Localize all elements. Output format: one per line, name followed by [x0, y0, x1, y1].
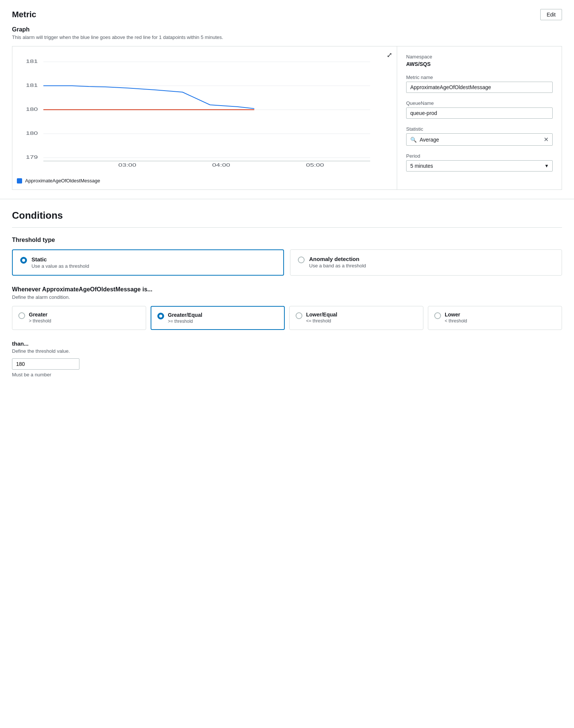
radio-greater-equal: [157, 313, 164, 319]
lower-equal-text-block: Lower/Equal <= threshold: [306, 312, 337, 324]
legend-dot: [17, 178, 22, 183]
period-select[interactable]: 1 minute 5 minutes 10 minutes 15 minutes…: [406, 160, 553, 172]
queue-name-label: QueueName: [406, 100, 553, 106]
edit-button[interactable]: Edit: [540, 9, 562, 20]
legend-label: ApproximateAgeOfOldestMessage: [25, 178, 100, 183]
condition-option-lower-equal[interactable]: Lower/Equal <= threshold: [289, 306, 423, 330]
metric-name-group: Metric name: [406, 75, 553, 93]
svg-text:180: 180: [26, 106, 38, 112]
greater-equal-subtitle: >= threshold: [168, 319, 202, 324]
radio-static-inner: [22, 259, 25, 262]
conditions-title: Conditions: [12, 210, 562, 228]
graph-right: Namespace AWS/SQS Metric name QueueName …: [397, 46, 562, 189]
metric-name-label: Metric name: [406, 75, 553, 80]
graph-label: Graph: [12, 26, 562, 33]
period-select-wrapper: 1 minute 5 minutes 10 minutes 15 minutes…: [406, 160, 553, 172]
lower-text-block: Lower < threshold: [445, 312, 467, 324]
radio-static: [20, 257, 27, 264]
svg-text:04:00: 04:00: [212, 162, 230, 167]
statistic-input-wrapper[interactable]: 🔍 ✕: [406, 133, 553, 146]
lower-title: Lower: [445, 312, 467, 318]
threshold-value-input[interactable]: [12, 358, 79, 370]
metric-name-input[interactable]: [406, 82, 553, 93]
period-group: Period 1 minute 5 minutes 10 minutes 15 …: [406, 153, 553, 172]
svg-text:05:00: 05:00: [306, 162, 324, 167]
condition-option-greater-equal[interactable]: Greater/Equal >= threshold: [151, 306, 285, 330]
greater-equal-text-block: Greater/Equal >= threshold: [168, 312, 202, 324]
metric-title: Metric: [12, 10, 36, 19]
metric-header: Metric Edit: [12, 9, 562, 20]
metric-section: Metric Edit Graph This alarm will trigge…: [0, 0, 574, 199]
radio-greater-equal-inner: [159, 315, 162, 318]
lower-equal-title: Lower/Equal: [306, 312, 337, 318]
condition-options-grid: Greater > threshold Greater/Equal >= thr…: [12, 306, 562, 330]
namespace-value: AWS/SQS: [406, 61, 553, 67]
namespace-label: Namespace: [406, 54, 553, 60]
greater-text-block: Greater > threshold: [29, 312, 51, 324]
threshold-hint: Must be a number: [12, 372, 562, 377]
anomaly-title: Anomaly detection: [309, 256, 366, 262]
anomaly-text-block: Anomaly detection Use a band as a thresh…: [309, 256, 366, 269]
static-title: Static: [31, 256, 89, 263]
graph-legend: ApproximateAgeOfOldestMessage: [17, 178, 392, 183]
whenever-title: Whenever ApproximateAgeOfOldestMessage i…: [12, 286, 562, 293]
radio-greater: [18, 312, 25, 319]
lower-equal-subtitle: <= threshold: [306, 318, 337, 324]
period-label: Period: [406, 153, 553, 159]
greater-equal-title: Greater/Equal: [168, 312, 202, 318]
anomaly-subtitle: Use a band as a threshold: [309, 263, 366, 269]
statistic-group: Statistic 🔍 ✕: [406, 126, 553, 146]
greater-subtitle: > threshold: [29, 318, 51, 324]
graph-svg: 181 181 180 180 179 03:00 04:00 05:00: [17, 52, 392, 172]
queue-name-input[interactable]: [406, 107, 553, 119]
namespace-group: Namespace AWS/SQS: [406, 54, 553, 67]
statistic-label: Statistic: [406, 126, 553, 132]
graph-left: ⤢ 181 181 180 180 179 03:00: [12, 46, 397, 189]
threshold-type-grid: Static Use a value as a threshold Anomal…: [12, 249, 562, 276]
svg-text:180: 180: [26, 130, 38, 136]
whenever-subtitle: Define the alarm condition.: [12, 294, 562, 300]
search-icon: 🔍: [410, 137, 417, 143]
svg-text:181: 181: [26, 82, 38, 88]
static-subtitle: Use a value as a threshold: [31, 263, 89, 269]
than-subtitle: Define the threshold value.: [12, 348, 562, 354]
svg-text:181: 181: [26, 58, 38, 64]
queue-name-group: QueueName: [406, 100, 553, 119]
radio-lower-equal: [296, 312, 302, 319]
condition-option-greater[interactable]: Greater > threshold: [12, 306, 146, 330]
svg-text:03:00: 03:00: [118, 162, 136, 167]
radio-lower: [434, 312, 441, 319]
conditions-section: Conditions Threshold type Static Use a v…: [0, 199, 574, 391]
threshold-option-anomaly[interactable]: Anomaly detection Use a band as a thresh…: [290, 249, 562, 276]
condition-option-lower[interactable]: Lower < threshold: [428, 306, 562, 330]
threshold-type-label: Threshold type: [12, 237, 562, 243]
statistic-input[interactable]: [420, 137, 544, 143]
expand-icon[interactable]: ⤢: [387, 51, 392, 59]
greater-title: Greater: [29, 312, 51, 318]
than-section: than... Define the threshold value. Must…: [12, 340, 562, 377]
threshold-option-static[interactable]: Static Use a value as a threshold: [12, 249, 284, 276]
graph-container: ⤢ 181 181 180 180 179 03:00: [12, 46, 562, 190]
than-title: than...: [12, 340, 562, 347]
svg-text:179: 179: [26, 154, 38, 160]
graph-description: This alarm will trigger when the blue li…: [12, 34, 562, 40]
radio-anomaly: [298, 257, 305, 263]
clear-icon[interactable]: ✕: [544, 136, 549, 143]
static-text-block: Static Use a value as a threshold: [31, 256, 89, 269]
lower-subtitle: < threshold: [445, 318, 467, 324]
